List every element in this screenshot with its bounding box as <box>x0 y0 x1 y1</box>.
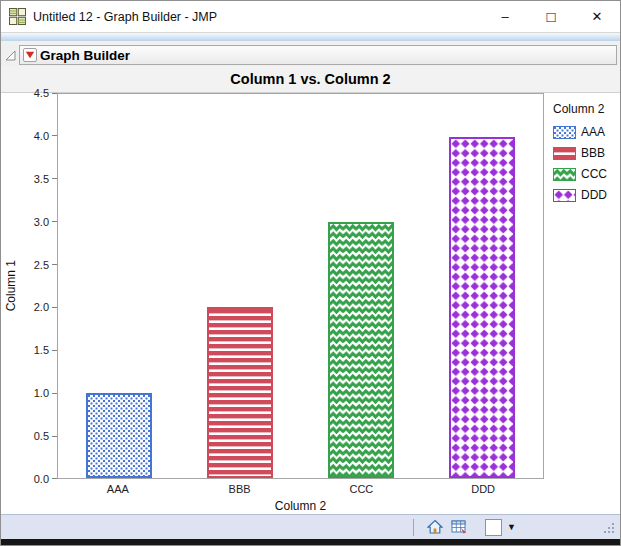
legend-swatch-diamonds-icon <box>553 189 576 202</box>
window-selector-box[interactable] <box>485 519 502 536</box>
legend-title: Column 2 <box>553 102 620 116</box>
resize-grip-icon[interactable] <box>600 519 616 535</box>
bottom-edge <box>1 539 620 545</box>
window-title: Untitled 12 - Graph Builder - JMP <box>33 10 217 24</box>
outline-header: Graph Builder <box>19 45 617 65</box>
x-axis-label-row: Column 2 <box>1 498 620 514</box>
bar-bbb[interactable] <box>207 307 273 478</box>
y-axis-label-column: Column 1 <box>1 93 21 479</box>
x-tick-ccc: CCC <box>301 483 423 495</box>
jmp-window: Untitled 12 - Graph Builder - JMP – □ ✕ … <box>0 0 621 546</box>
legend-swatch-dots-icon <box>553 126 576 139</box>
bar-aaa[interactable] <box>86 393 152 478</box>
legend-item-bbb[interactable]: BBB <box>553 146 620 160</box>
chart-title[interactable]: Column 1 vs. Column 2 <box>230 71 390 87</box>
plot-area <box>57 93 544 479</box>
y-axis-ticks: 4.5 4.0 3.5 3.0 2.5 2.0 1.5 1.0 0.5 0.0 <box>21 93 57 479</box>
status-bar: ▼ <box>1 514 620 539</box>
x-axis-ticks-row: AAA BBB CCC DDD <box>1 479 620 498</box>
bar-ccc[interactable] <box>328 222 394 478</box>
data-table-icon[interactable] <box>451 519 467 535</box>
x-tick-aaa: AAA <box>57 483 179 495</box>
legend-swatch-zigzag-icon <box>553 168 576 181</box>
y-axis-title[interactable]: Column 1 <box>4 260 18 311</box>
x-tick-ddd: DDD <box>422 483 544 495</box>
home-icon[interactable] <box>427 519 443 535</box>
legend: Column 2 AAA BBB CCC DDD <box>544 93 620 479</box>
x-tick-bbb: BBB <box>179 483 301 495</box>
legend-item-ccc[interactable]: CCC <box>553 167 620 181</box>
dropdown-arrow-icon[interactable]: ▼ <box>507 522 516 532</box>
chart-title-band: Column 1 vs. Column 2 <box>1 66 620 93</box>
outline-header-row: Graph Builder <box>1 44 620 66</box>
outline-disclosure-icon[interactable] <box>4 49 17 62</box>
jmp-app-icon <box>9 8 26 25</box>
graph-builder-report: Column 1 vs. Column 2 Column 1 4.5 4.0 3… <box>1 66 620 514</box>
chart-body: Column 1 4.5 4.0 3.5 3.0 2.5 2.0 1.5 1.0… <box>1 93 620 479</box>
toolbar-strip <box>1 32 620 41</box>
close-button[interactable]: ✕ <box>574 1 620 32</box>
maximize-button[interactable]: □ <box>528 1 574 32</box>
x-axis-title[interactable]: Column 2 <box>57 499 544 513</box>
legend-item-aaa[interactable]: AAA <box>553 125 620 139</box>
legend-item-ddd[interactable]: DDD <box>553 188 620 202</box>
status-separator <box>413 519 414 536</box>
legend-swatch-stripes-icon <box>553 147 576 160</box>
outline-title: Graph Builder <box>40 48 130 63</box>
title-bar: Untitled 12 - Graph Builder - JMP – □ ✕ <box>1 1 620 32</box>
bar-ddd[interactable] <box>449 137 515 478</box>
red-triangle-menu-icon[interactable] <box>23 48 37 62</box>
minimize-button[interactable]: – <box>482 1 528 32</box>
